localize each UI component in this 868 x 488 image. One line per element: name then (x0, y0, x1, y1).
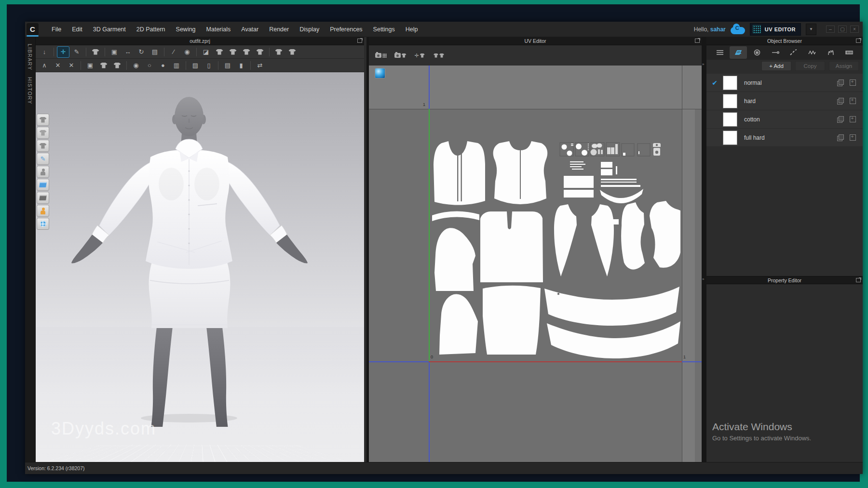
restore-button[interactable]: ▢ (838, 26, 847, 33)
uv-popout-icon[interactable] (695, 39, 700, 43)
menu-avatar[interactable]: Avatar (236, 23, 264, 36)
document-tab[interactable]: outfit.zprj (190, 38, 210, 44)
menu-render[interactable]: Render (264, 23, 294, 36)
menu-sewing[interactable]: Sewing (171, 23, 201, 36)
show-garment-toggle-icon[interactable] (37, 114, 49, 126)
fabric-row-cotton[interactable]: cotton (706, 110, 863, 129)
fabric-swatch[interactable] (723, 131, 737, 145)
buttonhole-tab[interactable] (767, 46, 784, 59)
pattern-box-tool-icon[interactable]: ▣ (108, 46, 121, 58)
jacket-tool-icon[interactable] (213, 46, 226, 58)
copy-fabric-icon[interactable] (837, 98, 843, 104)
mode-dropdown-arrow[interactable]: ▼ (806, 24, 816, 35)
menu-display[interactable]: Display (294, 23, 325, 36)
cloud-icon[interactable]: C (731, 27, 745, 34)
menu-materials[interactable]: Materials (201, 23, 236, 36)
app-logo[interactable]: C (27, 23, 39, 35)
menu-help[interactable]: Help (400, 23, 423, 36)
topstitch-tab[interactable] (785, 46, 802, 59)
segment-sew-tool-icon[interactable]: ✕ (52, 60, 64, 71)
avatar-3d[interactable] (36, 72, 364, 427)
collapse-arrow-icon[interactable]: » (702, 62, 704, 66)
uv-pattern-pieces[interactable] (369, 66, 702, 462)
mesh-garment-toggle-icon[interactable] (37, 140, 49, 152)
garment-3d-viewport[interactable]: 3Dyyds.com ✎ (36, 72, 364, 462)
pattern-rotate-tool-icon[interactable]: ↻ (135, 46, 148, 58)
object-browser-popout-icon[interactable] (856, 39, 861, 43)
select-move-tool-icon[interactable]: ✛ (57, 46, 69, 58)
menu-2d-pattern[interactable]: 2D Pattern (131, 23, 171, 36)
zigzag-stitch-tab[interactable] (803, 46, 821, 59)
popout-icon[interactable] (357, 39, 362, 43)
gizmo-tool-icon[interactable]: ↓ (38, 46, 51, 58)
button-tab[interactable] (748, 46, 766, 59)
save-to-library-icon[interactable] (850, 134, 856, 141)
copy-fabric-icon[interactable] (837, 134, 843, 141)
close-button[interactable]: × (850, 26, 859, 33)
show-avatar-toggle-icon[interactable] (37, 205, 49, 217)
paint-display-toggle-icon[interactable]: ✎ (37, 153, 49, 165)
show-grid-toggle-icon[interactable] (37, 218, 49, 230)
fabric-row-hard[interactable]: hard (706, 92, 863, 110)
flatten-tool-icon[interactable]: ◪ (200, 46, 212, 58)
fabric-tab[interactable] (730, 46, 747, 59)
fabric-b-tool-icon[interactable]: ▤ (221, 60, 234, 71)
zipper-tab[interactable] (841, 46, 858, 59)
uv-snapshot-tool-icon[interactable] (373, 48, 389, 63)
puckering-tab[interactable] (822, 46, 840, 59)
fold-left-tool-icon[interactable] (227, 46, 239, 58)
fabric-row-normal[interactable]: ✔normal (706, 74, 863, 92)
shirt-steam-tool-icon[interactable] (97, 60, 110, 71)
save-to-library-icon[interactable] (850, 116, 856, 122)
pin-3d-tool-icon[interactable]: ◉ (181, 46, 193, 58)
add-button[interactable]: + Add (761, 61, 791, 71)
fold-right-tool-icon[interactable] (240, 46, 253, 58)
button-tool-icon[interactable]: ◉ (130, 60, 142, 71)
buttonhole-tool-icon[interactable]: ○ (143, 60, 156, 71)
fabric-swatch[interactable] (723, 76, 737, 90)
panel-splitter[interactable]: » » (702, 37, 706, 462)
free-sew-tool-icon[interactable]: ✕ (65, 60, 78, 71)
menu-settings[interactable]: Settings (368, 23, 400, 36)
fabric-display-toggle-icon[interactable] (37, 179, 49, 191)
copy-fabric-icon[interactable] (837, 116, 843, 122)
menu-preferences[interactable]: Preferences (325, 23, 367, 36)
roll-a-tool-icon[interactable]: ▯ (203, 60, 215, 71)
zipper-tool-icon[interactable]: ▥ (170, 60, 183, 71)
menu-edit[interactable]: Edit (67, 23, 88, 36)
shirt-dots-tool-icon[interactable] (111, 60, 123, 71)
menu-3d-garment[interactable]: 3D Garment (88, 23, 131, 36)
collapse-arrow-icon[interactable]: » (702, 277, 704, 281)
pin-tool-icon[interactable]: ∕ (167, 46, 180, 58)
avatar-select-toggle-icon[interactable] (37, 166, 49, 178)
property-editor-popout-icon[interactable] (856, 278, 861, 282)
dress-tool-icon[interactable] (254, 46, 266, 58)
fasten-lock-tool-icon[interactable]: ● (157, 60, 169, 71)
roll-b-tool-icon[interactable]: ▮ (235, 60, 247, 71)
sewing-machine-tool-icon[interactable]: ▤ (149, 46, 161, 58)
minimize-button[interactable]: – (826, 26, 835, 33)
menu-file[interactable]: File (46, 23, 67, 36)
fit-garment-tool-icon[interactable] (89, 46, 102, 58)
mn-sew-tool-icon[interactable]: ▣ (84, 60, 96, 71)
mode-selector-button[interactable]: UV EDITOR (750, 23, 801, 36)
move-uv-pattern-tool-icon[interactable]: ✛ (411, 48, 428, 63)
hanger-tool-icon[interactable]: ∧ (38, 60, 51, 71)
list-view-tab[interactable] (711, 46, 729, 59)
save-to-library-icon[interactable] (850, 79, 856, 86)
assign-button[interactable]: Assign (829, 61, 859, 71)
textured-garment-toggle-icon[interactable] (37, 127, 49, 139)
library-tab[interactable]: LIBRARY (27, 44, 33, 70)
garment-snapshot-tool-icon[interactable] (392, 48, 408, 63)
history-tab[interactable]: HISTORY (27, 77, 33, 105)
save-to-library-icon[interactable] (850, 98, 856, 104)
fabric-swatch[interactable] (723, 112, 737, 127)
copy-button[interactable]: Copy (795, 61, 825, 71)
fabric-row-full-hard[interactable]: full hard (706, 129, 863, 147)
dark-fabric-toggle-icon[interactable] (37, 192, 49, 204)
arrange-right-tool-icon[interactable] (286, 46, 298, 58)
copy-fabric-icon[interactable] (837, 79, 843, 86)
select-pen-tool-icon[interactable]: ✎ (70, 46, 83, 58)
arrange-uv-pattern-tool-icon[interactable] (431, 48, 447, 63)
align-center-tool-icon[interactable]: ⇄ (254, 60, 266, 71)
